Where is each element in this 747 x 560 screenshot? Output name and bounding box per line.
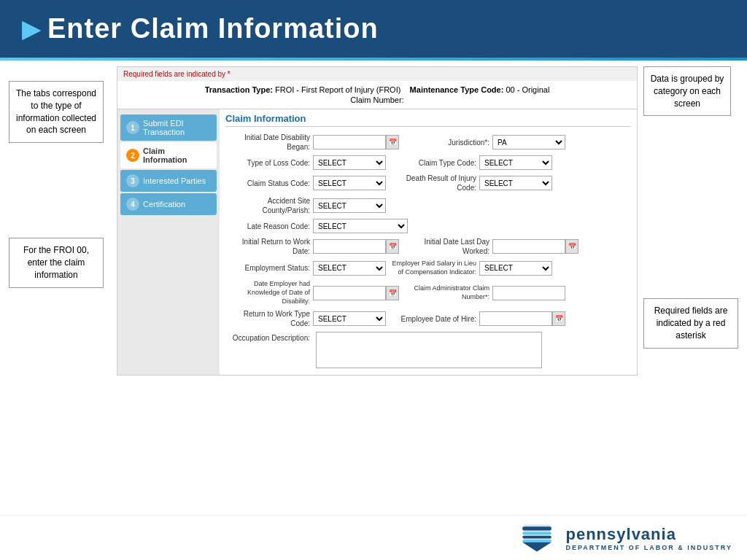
row-8: Date Employer had Knowledge of Date of D… <box>225 280 631 306</box>
type-loss-select[interactable]: SELECT <box>313 155 386 170</box>
section-title: Claim Information <box>225 113 631 127</box>
initial-date-last-input[interactable] <box>492 239 565 254</box>
svg-rect-4 <box>522 540 551 542</box>
initial-return-label: Initial Return to Work Date: <box>225 237 313 256</box>
initial-date-last-label: Initial Date Last Day Worked: <box>405 237 492 256</box>
return-work-type-select[interactable]: SELECT <box>313 311 386 326</box>
occupation-desc-label: Occupation Description: <box>225 332 313 343</box>
accident-site-label: Accident Site County/Parish: <box>225 196 313 215</box>
data-grouped-callout: Data is grouped by category on each scre… <box>643 66 731 116</box>
svg-rect-2 <box>522 532 551 534</box>
row-10: Occupation Description: <box>225 332 631 368</box>
pa-name: pennsylvania <box>566 525 733 544</box>
date-employer-calendar-btn[interactable]: 📅 <box>386 286 399 300</box>
tabs-info-text: The tabs correspond to the type of infor… <box>16 88 96 135</box>
return-work-type-label: Return to Work Type Code: <box>225 309 313 328</box>
row-4: Accident Site County/Parish: SELECT <box>225 196 631 215</box>
initial-date-input[interactable] <box>313 135 386 149</box>
tab-1-label: Submit EDI Transaction <box>143 119 211 136</box>
required-fields-text: Required fields are indicated by a red a… <box>654 306 728 341</box>
tab-certification[interactable]: 4 Certification <box>120 193 217 215</box>
employee-date-hire-calendar-btn[interactable]: 📅 <box>552 311 565 326</box>
tab-4-label: Certification <box>143 200 185 209</box>
employee-date-hire-label: Employee Date of Hire: <box>392 314 479 324</box>
required-fields-callout: Required fields are indicated by a red a… <box>643 298 738 348</box>
claim-status-select[interactable]: SELECT <box>313 176 386 190</box>
claim-type-label: Claim Type Code: <box>392 158 479 168</box>
svg-rect-1 <box>522 526 551 530</box>
pa-dept: DEPARTMENT OF LABOR & INDUSTRY <box>566 544 733 551</box>
accident-site-select[interactable]: SELECT <box>313 198 386 213</box>
employer-paid-select[interactable]: SELECT <box>479 261 552 276</box>
initial-date-label: Initial Date Disability Began: <box>225 133 313 152</box>
date-employer-label: Date Employer had Knowledge of Date of D… <box>225 280 313 306</box>
tab-3-label: Interested Parties <box>143 176 206 185</box>
tabs-sidebar: 1 Submit EDI Transaction 2 Claim Informa… <box>117 109 220 375</box>
page-title: Enter Claim Information <box>47 13 379 44</box>
row-1: Initial Date Disability Began: 📅 Jurisdi… <box>225 133 631 152</box>
employee-date-hire-input[interactable] <box>479 311 552 326</box>
tab-2-label: Claim Information <box>143 147 211 164</box>
occupation-desc-textarea[interactable] <box>316 332 542 368</box>
svg-marker-5 <box>522 542 551 552</box>
death-result-label: Death Result of Injury Code: <box>392 174 479 192</box>
initial-date-last-calendar-btn[interactable]: 📅 <box>565 239 578 254</box>
required-note: Required fields are indicated by * <box>117 67 637 81</box>
employment-status-label: Employment Status: <box>225 263 313 273</box>
row-2: Type of Loss Code: SELECT Claim Type Cod… <box>225 155 631 170</box>
pa-logo: pennsylvania DEPARTMENT OF LABOR & INDUS… <box>515 521 733 554</box>
form-body: 1 Submit EDI Transaction 2 Claim Informa… <box>117 109 637 375</box>
required-note-text: Required fields are indicated by * <box>123 70 231 78</box>
froi-info-text: For the FROI 00, enter the claim informa… <box>23 245 89 280</box>
pa-text: pennsylvania DEPARTMENT OF LABOR & INDUS… <box>566 525 733 551</box>
tx-type-label: Transaction Type: <box>205 85 273 94</box>
late-reason-select[interactable]: SELECT <box>313 219 408 233</box>
jurisdiction-select[interactable]: PA <box>492 135 565 149</box>
tx-maint-label: Maintenance Type Code: <box>410 85 504 94</box>
row-6: Initial Return to Work Date: 📅 Initial D… <box>225 237 631 256</box>
claim-type-select[interactable]: SELECT <box>479 155 552 170</box>
page-header: ▶ Enter Claim Information <box>0 0 747 58</box>
tx-claim-label: Claim Number: <box>350 96 403 104</box>
svg-rect-3 <box>522 536 551 539</box>
form-container: Required fields are indicated by * Trans… <box>117 66 638 376</box>
employment-status-select[interactable]: SELECT <box>313 261 386 276</box>
header-arrow-icon: ▶ <box>22 15 40 43</box>
claim-status-label: Claim Status Code: <box>225 179 313 188</box>
row-5: Late Reason Code: SELECT <box>225 219 631 233</box>
initial-return-calendar-btn[interactable]: 📅 <box>386 239 399 254</box>
employer-paid-label: Employer Paid Salary in Lieu of Compensa… <box>392 260 479 276</box>
transaction-header: Transaction Type: FROI - First Report of… <box>117 81 637 109</box>
claim-admin-label: Claim Administrator Claim Number*: <box>405 284 492 301</box>
death-result-select[interactable]: SELECT <box>479 176 552 190</box>
date-employer-input[interactable] <box>313 286 386 300</box>
type-loss-label: Type of Loss Code: <box>225 158 313 168</box>
row-3: Claim Status Code: SELECT Death Result o… <box>225 174 631 192</box>
tab-2-number: 2 <box>126 149 139 162</box>
claim-admin-input[interactable] <box>492 286 565 300</box>
initial-return-input[interactable] <box>313 239 386 254</box>
tab-3-number: 3 <box>126 174 139 187</box>
tab-submit-edi[interactable]: 1 Submit EDI Transaction <box>120 114 217 141</box>
jurisdiction-label: Jurisdiction*: <box>405 138 492 147</box>
tx-type-value: FROI - First Report of Injury (FROI) <box>275 85 400 94</box>
tab-claim-info[interactable]: 2 Claim Information <box>120 142 217 168</box>
fields-area: Claim Information Initial Date Disabilit… <box>220 109 637 375</box>
tx-maint-value: 00 - Original <box>506 85 549 94</box>
tab-4-number: 4 <box>126 198 139 211</box>
tab-interested-parties[interactable]: 3 Interested Parties <box>120 170 217 192</box>
initial-date-calendar-btn[interactable]: 📅 <box>386 135 399 149</box>
froi-info-callout: For the FROI 00, enter the claim informa… <box>9 238 104 287</box>
pa-seal-icon <box>515 521 559 554</box>
late-reason-label: Late Reason Code: <box>225 222 313 231</box>
row-9: Return to Work Type Code: SELECT Employe… <box>225 309 631 328</box>
tab-1-number: 1 <box>126 121 139 134</box>
data-grouped-text: Data is grouped by category on each scre… <box>651 74 724 109</box>
footer: pennsylvania DEPARTMENT OF LABOR & INDUS… <box>0 515 747 560</box>
row-7: Employment Status: SELECT Employer Paid … <box>225 260 631 276</box>
tabs-info-callout: The tabs correspond to the type of infor… <box>9 81 104 143</box>
